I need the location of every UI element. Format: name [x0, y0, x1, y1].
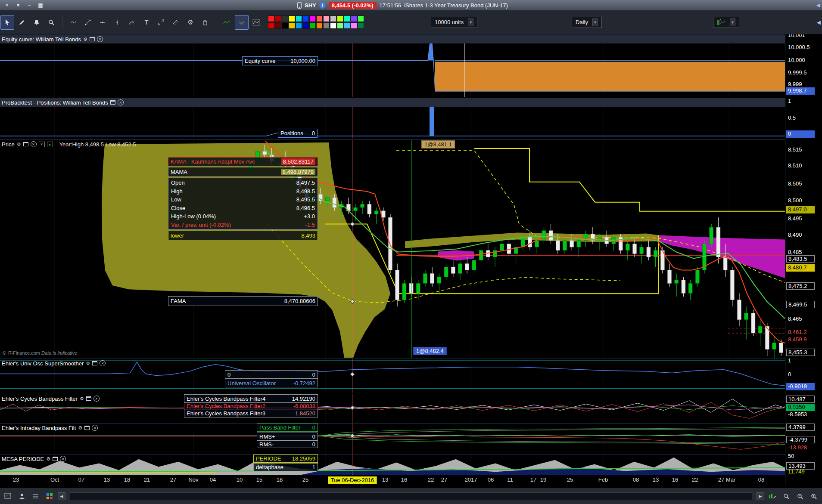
gear-icon[interactable]: ⚙: [80, 396, 84, 402]
vertical-line-tool-button[interactable]: [110, 15, 124, 30]
horizontal-line-tool-button[interactable]: [96, 15, 109, 30]
close-panel-icon[interactable]: ×: [100, 360, 106, 366]
color-swatch[interactable]: [309, 15, 316, 22]
trade-marker-bottom[interactable]: 1@8,482.4: [413, 347, 447, 355]
sell-arrow-button[interactable]: ▼: [39, 142, 45, 147]
color-swatch[interactable]: [268, 22, 274, 29]
color-swatch[interactable]: [289, 15, 295, 22]
color-swatch[interactable]: [358, 22, 364, 29]
gear-icon[interactable]: ⚙: [86, 361, 90, 366]
zoom-out-icon[interactable]: [794, 491, 806, 502]
color-swatch[interactable]: [316, 15, 323, 22]
info-icon[interactable]: i: [319, 2, 326, 9]
color-swatch[interactable]: [323, 22, 330, 29]
close-panel-icon[interactable]: ×: [93, 396, 100, 402]
edit-chart-icon[interactable]: [767, 491, 778, 502]
gear-icon[interactable]: ⚙: [17, 142, 21, 147]
new-chart-icon[interactable]: [3, 491, 14, 502]
equity-curve-label[interactable]: Equity curve 10,000.00: [242, 56, 318, 65]
color-swatch[interactable]: [296, 22, 302, 29]
parallel-lines-tool-button[interactable]: [169, 15, 183, 30]
watchlist-icon[interactable]: [30, 491, 41, 502]
trade-marker-top[interactable]: 1@8,481.1: [421, 140, 455, 148]
color-swatch[interactable]: [337, 15, 343, 22]
detach-window-icon[interactable]: [90, 37, 95, 41]
rms-plus-label[interactable]: RMS+ 0: [257, 433, 318, 440]
settings-tool-button[interactable]: ⚙: [184, 15, 197, 30]
color-swatch[interactable]: [344, 15, 350, 22]
detach-window-icon[interactable]: [110, 100, 115, 105]
color-swatch[interactable]: [351, 22, 357, 29]
detach-window-icon[interactable]: [86, 396, 91, 401]
rms-minus-label[interactable]: RMS- 0: [257, 440, 318, 448]
color-swatch[interactable]: [316, 22, 323, 29]
color-swatch[interactable]: [330, 22, 336, 29]
window-menu-icon[interactable]: ▾: [14, 1, 22, 9]
fama-label[interactable]: FAMA 8,470.80606: [168, 296, 318, 306]
gear-icon[interactable]: ⚙: [78, 425, 82, 431]
detach-window-icon[interactable]: [84, 426, 90, 430]
workspace-grid-icon[interactable]: [44, 491, 55, 502]
color-swatch[interactable]: [275, 15, 281, 22]
chart-style-dropdown[interactable]: ▾: [713, 17, 739, 28]
scroll-right-button[interactable]: ▶: [757, 492, 764, 500]
indicator-chart-button[interactable]: [249, 15, 263, 30]
scroll-left-button[interactable]: ◀: [58, 492, 65, 500]
close-panel-icon[interactable]: ×: [92, 425, 98, 431]
zoom-tool-button[interactable]: [44, 15, 58, 30]
resize-tool-button[interactable]: [154, 15, 168, 30]
close-panel-icon[interactable]: ×: [60, 456, 66, 462]
collapse-right-icon[interactable]: ◀: [816, 2, 820, 8]
color-swatch[interactable]: [309, 22, 316, 29]
price-axis[interactable]: 10,00110,000.510,0009,999.59,9999,998.71…: [785, 34, 822, 486]
universal-oscillator-label[interactable]: Universal Oscillator -0.72492: [225, 379, 318, 387]
time-axis[interactable]: 23Oct0713182127Nov0410151825Tue 06-Dec-2…: [0, 475, 785, 486]
color-swatch[interactable]: [302, 15, 309, 22]
line-chart-type-button[interactable]: [220, 15, 234, 30]
detach-window-icon[interactable]: [23, 142, 28, 146]
buy-arrow-button[interactable]: ▲: [47, 142, 53, 147]
periode-label[interactable]: PERIODE 18.25059: [253, 455, 318, 463]
close-panel-icon[interactable]: ×: [97, 36, 103, 42]
candlestick-chart-type-button[interactable]: [235, 15, 249, 30]
gear-icon[interactable]: ⚙: [46, 456, 50, 462]
mama-label[interactable]: MAMA 8,498.87979: [168, 167, 318, 177]
freehand-tool-button[interactable]: [66, 15, 80, 30]
color-swatch[interactable]: [351, 15, 357, 22]
layout-grid-icon[interactable]: ▦: [36, 1, 45, 9]
account-icon[interactable]: [16, 491, 28, 502]
alerts-button[interactable]: [30, 15, 44, 30]
close-panel-icon[interactable]: ×: [118, 99, 124, 105]
cycles-filter4-label[interactable]: Ehler's Cycles Bandpass Filter4 14.92190: [184, 394, 318, 403]
close-panel-icon[interactable]: ×: [31, 141, 37, 147]
color-swatch[interactable]: [330, 15, 336, 22]
color-swatch[interactable]: [302, 22, 309, 29]
regression-tool-button[interactable]: [125, 15, 139, 30]
text-tool-button[interactable]: T: [140, 15, 153, 30]
positions-label[interactable]: Positions 0: [278, 129, 318, 138]
select-tool-button[interactable]: [0, 15, 14, 30]
horizontal-scrollbar[interactable]: [70, 492, 752, 500]
deltaphase-label[interactable]: deltaphase 1: [253, 463, 318, 471]
color-swatch[interactable]: [296, 15, 302, 22]
color-swatch[interactable]: [289, 22, 295, 29]
equity-chart-canvas[interactable]: [0, 35, 785, 98]
search-icon[interactable]: [781, 491, 792, 502]
color-swatch[interactable]: [323, 15, 330, 22]
detach-window-icon[interactable]: [92, 361, 97, 365]
gear-icon[interactable]: ⚙: [83, 37, 87, 42]
lower-band-label[interactable]: lower 8,493: [168, 231, 318, 240]
timeframe-select[interactable]: Daily ▾: [572, 17, 602, 28]
color-swatch[interactable]: [268, 15, 274, 22]
color-swatch[interactable]: [282, 15, 288, 22]
delete-tool-button[interactable]: [198, 15, 212, 30]
price-chart-canvas[interactable]: [0, 140, 785, 359]
color-swatch[interactable]: [337, 22, 343, 29]
cycles-filter3-label[interactable]: Ehler's Cycles Bandpass Filter3 1.84520: [184, 409, 318, 417]
close-window-icon[interactable]: ×: [3, 1, 11, 9]
draw-tool-button[interactable]: [15, 15, 29, 30]
oscillator-zero-label[interactable]: 0 0: [225, 370, 318, 379]
minimize-icon[interactable]: −: [25, 1, 34, 9]
kama-label[interactable]: KAMA - Kaufmans Adapt Mov Ave 8,502.8311…: [168, 157, 318, 166]
detach-window-icon[interactable]: [53, 457, 58, 461]
